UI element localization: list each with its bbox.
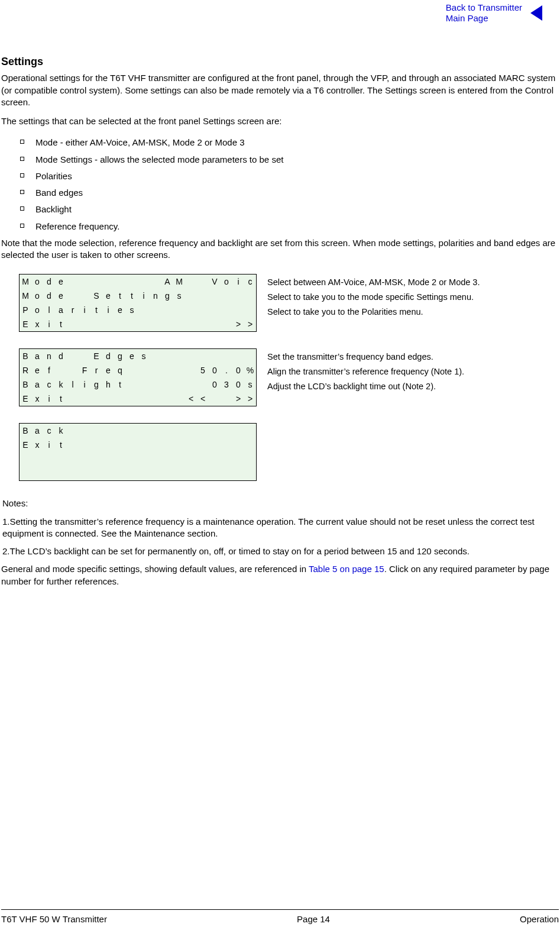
lcd-cell <box>244 349 257 364</box>
lcd-cell <box>79 466 90 481</box>
lcd-cell: i <box>79 303 90 317</box>
lcd-cell: t <box>55 317 67 332</box>
lcd-cell <box>79 392 90 406</box>
lcd-cell <box>126 363 138 377</box>
lcd-cell: q <box>114 363 126 377</box>
lcd1-label-polarities: Select to take you to the Polarities men… <box>267 305 480 319</box>
lcd-cell <box>232 452 244 466</box>
lcd-cell <box>185 363 197 377</box>
lcd-cell <box>209 438 221 452</box>
lcd-cell <box>161 424 173 438</box>
lcd-cell: . <box>221 363 232 377</box>
lcd-cell: a <box>31 349 43 364</box>
lcd-cell <box>102 452 114 466</box>
lcd-cell: l <box>43 303 55 317</box>
lcd-cell <box>173 392 185 406</box>
lcd-cell <box>126 392 138 406</box>
notes-heading: Notes: <box>2 498 558 509</box>
lcd-cell <box>102 274 114 289</box>
lcd-cell: x <box>31 392 43 406</box>
lcd-cell <box>55 452 67 466</box>
lcd-cell <box>221 466 232 481</box>
bullet-polarities: Polarities <box>0 168 560 185</box>
nav-back-arrow-icon[interactable] <box>529 5 542 21</box>
lcd-cell <box>102 424 114 438</box>
lcd-cell <box>209 392 221 406</box>
footer-left: T6T VHF 50 W Transmitter <box>1 913 107 925</box>
lcd-cell <box>114 452 126 466</box>
lcd-cell <box>197 424 209 438</box>
lcd-cell <box>138 317 150 332</box>
lcd-cell: d <box>55 349 67 364</box>
lcd-cell: t <box>114 289 126 303</box>
back-to-main-link[interactable]: Back to Transmitter Main Page <box>446 2 522 24</box>
lcd-cell: d <box>43 289 55 303</box>
lcd-cell: 3 <box>221 377 232 392</box>
lcd-cell <box>114 317 126 332</box>
lcd-cell <box>90 438 102 452</box>
note-2: 2.The LCD’s backlight can be set for per… <box>2 545 558 557</box>
lcd-cell <box>79 317 90 332</box>
lcd-cell: e <box>102 289 114 303</box>
lcd-cell <box>244 289 257 303</box>
bullet-mode-settings: Mode Settings - allows the selected mode… <box>0 151 560 168</box>
lcd-cell <box>150 317 161 332</box>
lcd-cell <box>173 424 185 438</box>
lcd-cell <box>67 466 79 481</box>
lcd-cell: a <box>31 424 43 438</box>
lcd-cell <box>90 452 102 466</box>
lcd-cell <box>173 452 185 466</box>
lcd-cell <box>221 317 232 332</box>
lcd-cell <box>232 303 244 317</box>
lcd2-labels: Set the transmitter’s frequency band edg… <box>267 348 464 393</box>
lcd-cell <box>126 452 138 466</box>
lcd-cell <box>161 438 173 452</box>
lcd-cell <box>173 317 185 332</box>
lcd-cell <box>185 303 197 317</box>
lcd-cell <box>185 438 197 452</box>
lcd-cell: c <box>244 274 257 289</box>
lcd-cell <box>232 438 244 452</box>
note-1: 1.Setting the transmitter’s reference fr… <box>2 516 558 540</box>
lcd-cell <box>90 317 102 332</box>
lcd-cell <box>197 303 209 317</box>
lcd-cell: i <box>102 303 114 317</box>
lcd-cell <box>185 274 197 289</box>
lcd-cell <box>244 438 257 452</box>
lcd-cell <box>138 466 150 481</box>
lcd-cell: n <box>43 349 55 364</box>
lcd-cell: e <box>102 363 114 377</box>
lcd-cell <box>161 349 173 364</box>
lcd-cell: < <box>185 392 197 406</box>
lcd-cell <box>161 377 173 392</box>
lcd-cell <box>126 377 138 392</box>
lcd-cell <box>79 452 90 466</box>
svg-marker-0 <box>530 5 542 21</box>
intro-paragraph-1: Operational settings for the T6T VHF tra… <box>0 72 560 108</box>
lcd-cell <box>161 303 173 317</box>
lcd-cell <box>197 349 209 364</box>
lcd-cell <box>114 424 126 438</box>
lcd-cell <box>209 303 221 317</box>
lcd-cell <box>221 392 232 406</box>
lcd-cell: i <box>138 289 150 303</box>
lcd-cell: t <box>90 303 102 317</box>
lcd-cell <box>209 466 221 481</box>
lcd-cell: E <box>20 438 32 452</box>
lcd2-label-ref-freq: Align the transmitter’s reference freque… <box>267 364 464 379</box>
lcd-cell <box>150 424 161 438</box>
lcd-cell <box>114 274 126 289</box>
lcd-cell <box>114 438 126 452</box>
table-5-link[interactable]: Table 5 on page 15 <box>309 564 384 574</box>
lcd-cell: > <box>232 317 244 332</box>
nav-link-line1: Back to Transmitter <box>446 2 522 12</box>
lcd-cell: > <box>244 392 257 406</box>
lcd-cell <box>197 274 209 289</box>
lcd-cell: S <box>90 289 102 303</box>
lcd-cell <box>43 466 55 481</box>
lcd-cell <box>232 289 244 303</box>
lcd-cell <box>197 452 209 466</box>
lcd-cell <box>197 466 209 481</box>
lcd-cell <box>185 424 197 438</box>
lcd2-label-backlight: Adjust the LCD’s backlight time out (Not… <box>267 379 464 394</box>
